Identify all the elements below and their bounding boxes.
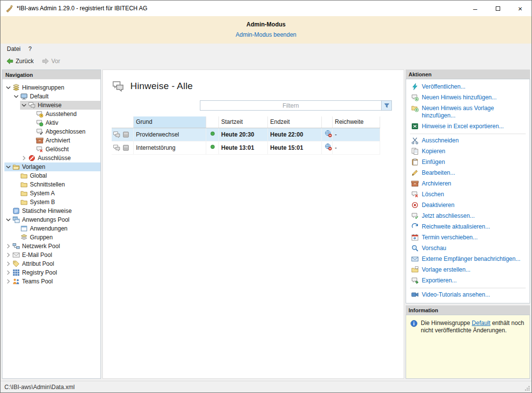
action-exportieren[interactable]: Exportieren... bbox=[406, 276, 530, 286]
action-vorlage-erstellen[interactable]: Vorlage erstellen... bbox=[406, 265, 530, 276]
tree-item-gruppen[interactable]: Gruppen bbox=[12, 233, 100, 242]
action-jetzt-abschliessen[interactable]: Jetzt abschliessen... bbox=[406, 211, 530, 222]
tree-item-hinweisgruppen[interactable]: Hinweisgruppen bbox=[4, 83, 100, 92]
tree-item-schnittstellen[interactable]: Schnittstellen bbox=[12, 180, 100, 189]
green-dot-icon bbox=[209, 130, 217, 138]
tree-item-vorlagen[interactable]: Vorlagen bbox=[4, 162, 100, 171]
tree-item-teams-pool[interactable]: Teams Pool bbox=[4, 277, 100, 286]
edit-icon bbox=[411, 169, 419, 177]
tree-item-netzwerk-pool[interactable]: Netzwerk Pool bbox=[4, 242, 100, 251]
actions-separator bbox=[410, 288, 526, 288]
information-header: Information bbox=[406, 305, 530, 315]
chevron-down-icon[interactable] bbox=[4, 216, 12, 224]
maximize-button[interactable] bbox=[486, 0, 509, 16]
page-title: Hinweise - Alle bbox=[130, 81, 193, 92]
tree-item-label: Teams Pool bbox=[22, 278, 55, 285]
resize-grip-icon[interactable] bbox=[524, 385, 531, 392]
tree-item-system-b[interactable]: System B bbox=[12, 198, 100, 207]
action-video-tutorials-ansehen[interactable]: Video-Tutorials ansehen... bbox=[406, 290, 530, 301]
tree-item-label: System A bbox=[30, 190, 57, 197]
navigation-header: Navigation bbox=[2, 70, 100, 79]
action-deaktivieren[interactable]: Deaktivieren bbox=[406, 200, 530, 211]
chevron-down-icon[interactable] bbox=[20, 101, 28, 109]
menu-datei[interactable]: Datei bbox=[3, 45, 24, 53]
chevron-right-icon[interactable] bbox=[4, 260, 12, 268]
tree-item-ausschlüsse[interactable]: Ausschlüsse bbox=[20, 154, 100, 162]
close-button[interactable]: × bbox=[509, 0, 532, 16]
tree-item-anwendungen[interactable]: Anwendungen bbox=[12, 224, 100, 233]
action-hinweise-in-excel-exportieren[interactable]: Hinweise in Excel exportieren... bbox=[406, 121, 530, 132]
tree-item-aktiv[interactable]: Aktiv bbox=[28, 118, 100, 127]
folder-icon bbox=[20, 181, 28, 188]
action-label: Hinweise in Excel exportieren... bbox=[422, 123, 504, 130]
filter-button[interactable] bbox=[381, 100, 392, 111]
column-header-blank[interactable] bbox=[206, 116, 218, 128]
cell-status bbox=[206, 128, 218, 141]
chevron-right-icon[interactable] bbox=[4, 277, 12, 285]
action-termin-verschieben[interactable]: Termin verschieben... bbox=[406, 232, 530, 243]
action-löschen[interactable]: Löschen bbox=[406, 189, 530, 200]
action-einfügen[interactable]: Einfügen bbox=[406, 157, 530, 168]
action-vorschau[interactable]: Vorschau bbox=[406, 243, 530, 254]
cell-reach-icon bbox=[321, 128, 332, 141]
column-header-blank[interactable] bbox=[321, 116, 332, 128]
action-neuen-hinweis-aus-vorlage-hinzufügen[interactable]: Neuen Hinweis aus Vorlage hinzufügen... bbox=[406, 103, 530, 121]
speech-bubbles-icon bbox=[113, 131, 121, 139]
action-veröffentlichen[interactable]: Veröffentlichen... bbox=[406, 82, 530, 92]
admin-mode-exit-link[interactable]: Admin-Modus beenden bbox=[236, 31, 296, 38]
note-template-add-icon bbox=[411, 104, 419, 112]
minimize-button[interactable]: – bbox=[464, 0, 486, 16]
tree-item-ausstehend[interactable]: Ausstehend bbox=[28, 110, 100, 118]
copy-icon bbox=[411, 147, 419, 155]
action-neuen-hinweis-hinzufügen[interactable]: Neuen Hinweis hinzufügen... bbox=[406, 92, 530, 103]
chevron-down-icon[interactable] bbox=[12, 92, 20, 100]
tree-item-e-mail-pool[interactable]: E-Mail Pool bbox=[4, 251, 100, 259]
tree-item-default[interactable]: Default bbox=[12, 92, 100, 101]
action-reichweite-aktualisieren[interactable]: Reichweite aktualisieren... bbox=[406, 222, 530, 232]
chevron-right-icon[interactable] bbox=[4, 269, 12, 277]
chevron-right-icon[interactable] bbox=[20, 154, 28, 162]
tree-item-label: Abgeschlossen bbox=[46, 128, 87, 135]
action-ausschneiden[interactable]: Ausschneiden bbox=[406, 136, 530, 146]
tree-item-registry-pool[interactable]: Registry Pool bbox=[4, 268, 100, 277]
info-icon bbox=[410, 320, 418, 327]
column-header-endzeit[interactable]: Endzeit bbox=[267, 116, 321, 128]
filter-input[interactable] bbox=[200, 100, 381, 111]
chevron-spacer bbox=[4, 207, 12, 215]
chevron-right-icon[interactable] bbox=[4, 251, 12, 259]
action-externe-empfänger-benachrichtigen[interactable]: Externe Empfänger benachrichtigen... bbox=[406, 254, 530, 265]
app-pool-icon bbox=[12, 216, 20, 224]
action-archivieren[interactable]: Archivieren bbox=[406, 179, 530, 189]
tree-item-attribut-pool[interactable]: Attribut Pool bbox=[4, 259, 100, 268]
table-row-providerwechsel[interactable]: ProviderwechselHeute 20:30Heute 22:00- bbox=[112, 128, 380, 141]
column-header-startzeit[interactable]: Startzeit bbox=[218, 116, 267, 128]
chevron-down-icon[interactable] bbox=[4, 84, 12, 92]
chevron-right-icon[interactable] bbox=[4, 242, 12, 250]
deactivate-icon bbox=[411, 201, 419, 209]
tree-item-label: Anwendungen bbox=[30, 225, 70, 232]
tree-item-gelöscht[interactable]: Gelöscht bbox=[28, 145, 100, 154]
tree-item-abgeschlossen[interactable]: Abgeschlossen bbox=[28, 127, 100, 136]
table-row-internetstörung[interactable]: InternetstörungHeute 13:01Heute 15:01- bbox=[112, 141, 380, 154]
maximize-icon bbox=[496, 6, 500, 11]
tree-item-global[interactable]: Global bbox=[12, 171, 100, 180]
tree-item-statische-hinweise[interactable]: Statische Hinweise bbox=[4, 207, 100, 215]
column-header-reichweite[interactable]: Reichweite bbox=[332, 116, 380, 128]
menu-help[interactable]: ? bbox=[24, 45, 36, 53]
action-kopieren[interactable]: Kopieren bbox=[406, 146, 530, 157]
filter-funnel-icon bbox=[384, 102, 390, 109]
forward-button[interactable]: Vor bbox=[38, 56, 64, 66]
admin-mode-banner: Admin-Modus Admin-Modus beenden bbox=[0, 16, 532, 44]
back-button[interactable]: Zurück bbox=[2, 56, 37, 66]
tree-item-hinweise[interactable]: Hinweise bbox=[20, 101, 100, 110]
cell-row-icons bbox=[112, 141, 133, 154]
column-header-grund[interactable]: Grund bbox=[133, 116, 206, 128]
tree-item-anwendungs-pool[interactable]: Anwendungs Pool bbox=[4, 215, 100, 224]
tree-item-system-a[interactable]: System A bbox=[12, 189, 100, 198]
column-header-blank[interactable] bbox=[112, 116, 133, 128]
group-stack-icon bbox=[12, 84, 20, 92]
tree-item-archiviert[interactable]: Archiviert bbox=[28, 136, 100, 145]
default-group-link[interactable]: Default bbox=[472, 320, 490, 326]
action-bearbeiten[interactable]: Bearbeiten... bbox=[406, 168, 530, 179]
chevron-down-icon[interactable] bbox=[4, 163, 12, 171]
